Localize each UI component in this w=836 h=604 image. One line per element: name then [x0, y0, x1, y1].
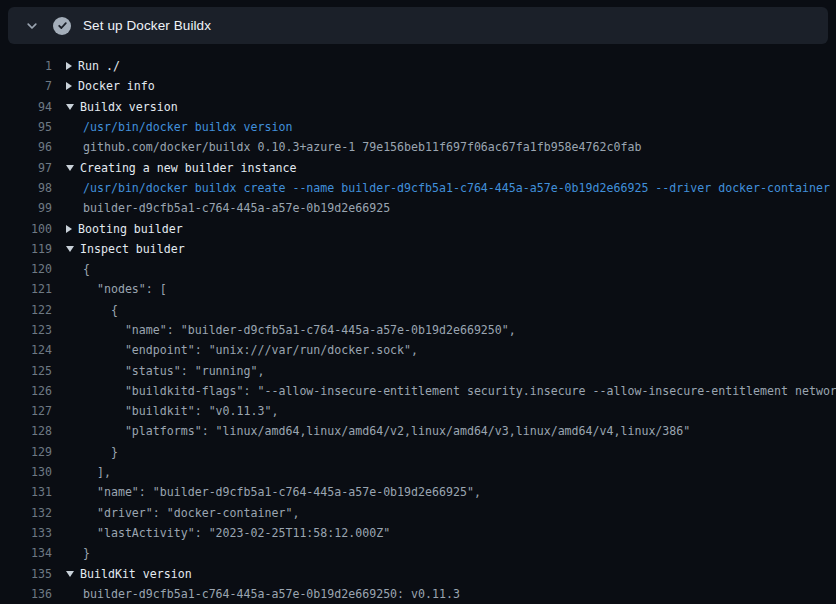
- log-group-title: Inspect builder: [80, 242, 185, 256]
- log-line: 132 "driver": "docker-container",: [0, 503, 836, 523]
- log-line: 120{: [0, 259, 836, 279]
- log-group-title: Booting builder: [78, 222, 183, 236]
- line-number[interactable]: 121: [0, 282, 52, 296]
- triangle-right-icon: [66, 82, 72, 90]
- line-number[interactable]: 123: [0, 323, 52, 337]
- log-line: 129 }: [0, 442, 836, 462]
- log-line: 95/usr/bin/docker buildx version: [0, 117, 836, 137]
- log-command-text: /usr/bin/docker buildx version: [66, 120, 292, 134]
- log-output-text: }: [66, 445, 118, 459]
- log-line: 98/usr/bin/docker buildx create --name b…: [0, 178, 836, 198]
- log-line: 100Booting builder: [0, 218, 836, 238]
- log-output-text: "platforms": "linux/amd64,linux/amd64/v2…: [66, 424, 690, 438]
- log-line: 134}: [0, 543, 836, 563]
- triangle-down-icon: [66, 165, 74, 171]
- line-number[interactable]: 130: [0, 465, 52, 479]
- line-number[interactable]: 99: [0, 201, 52, 215]
- log-line: 94Buildx version: [0, 97, 836, 117]
- log-group-title: Creating a new builder instance: [80, 161, 296, 175]
- line-number[interactable]: 125: [0, 364, 52, 378]
- log-group-header[interactable]: Booting builder: [66, 222, 183, 236]
- line-number[interactable]: 133: [0, 526, 52, 540]
- triangle-right-icon: [66, 225, 72, 233]
- log-line: 128 "platforms": "linux/amd64,linux/amd6…: [0, 421, 836, 441]
- log-line: 1Run ./: [0, 56, 836, 76]
- log-line: 121 "nodes": [: [0, 279, 836, 299]
- log-output-text: builder-d9cfb5a1-c764-445a-a57e-0b19d2e6…: [66, 587, 460, 601]
- triangle-down-icon: [66, 246, 74, 252]
- log-output-text: "driver": "docker-container",: [66, 506, 299, 520]
- log-output-text: "nodes": [: [66, 282, 167, 296]
- log-output-text: "buildkitd-flags": "--allow-insecure-ent…: [66, 384, 836, 398]
- log-line: 96github.com/docker/buildx 0.10.3+azure-…: [0, 137, 836, 157]
- triangle-down-icon: [66, 571, 74, 577]
- log-output-text: "name": "builder-d9cfb5a1-c764-445a-a57e…: [66, 485, 481, 499]
- log-group-title: BuildKit version: [80, 567, 192, 581]
- log-group-header[interactable]: Buildx version: [66, 100, 178, 114]
- log-group-header[interactable]: Docker info: [66, 79, 155, 93]
- log-line: 133 "lastActivity": "2023-02-25T11:58:12…: [0, 523, 836, 543]
- line-number[interactable]: 134: [0, 546, 52, 560]
- line-number[interactable]: 127: [0, 404, 52, 418]
- line-number[interactable]: 120: [0, 262, 52, 276]
- line-number[interactable]: 1: [0, 59, 52, 73]
- log-line: 119Inspect builder: [0, 239, 836, 259]
- log-group-title: Buildx version: [80, 100, 178, 114]
- log-line: 124 "endpoint": "unix:///var/run/docker.…: [0, 340, 836, 360]
- line-number[interactable]: 126: [0, 384, 52, 398]
- check-circle-icon: [53, 17, 71, 35]
- log-output-text: {: [66, 262, 90, 276]
- log-line: 125 "status": "running",: [0, 360, 836, 380]
- chevron-down-icon[interactable]: [20, 14, 44, 38]
- line-number[interactable]: 96: [0, 140, 52, 154]
- log-line: 99builder-d9cfb5a1-c764-445a-a57e-0b19d2…: [0, 198, 836, 218]
- triangle-down-icon: [66, 104, 74, 110]
- line-number[interactable]: 119: [0, 242, 52, 256]
- line-number[interactable]: 95: [0, 120, 52, 134]
- log-line: 122 {: [0, 300, 836, 320]
- log-line: 131 "name": "builder-d9cfb5a1-c764-445a-…: [0, 482, 836, 502]
- step-header[interactable]: Set up Docker Buildx: [8, 7, 828, 44]
- line-number[interactable]: 7: [0, 79, 52, 93]
- log-output-text: "buildkit": "v0.11.3",: [66, 404, 278, 418]
- log-group-header[interactable]: BuildKit version: [66, 567, 192, 581]
- line-number[interactable]: 94: [0, 100, 52, 114]
- log-output-text: "lastActivity": "2023-02-25T11:58:12.000…: [66, 526, 390, 540]
- log-output-text: github.com/docker/buildx 0.10.3+azure-1 …: [66, 140, 641, 154]
- line-number[interactable]: 132: [0, 506, 52, 520]
- log-line: 136builder-d9cfb5a1-c764-445a-a57e-0b19d…: [0, 584, 836, 604]
- log-output-text: "status": "running",: [66, 364, 264, 378]
- log-group-title: Run ./: [78, 59, 120, 73]
- log-output-text: "name": "builder-d9cfb5a1-c764-445a-a57e…: [66, 323, 516, 337]
- line-number[interactable]: 124: [0, 343, 52, 357]
- line-number[interactable]: 129: [0, 445, 52, 459]
- step-title: Set up Docker Buildx: [83, 18, 211, 33]
- log-line: 130 ],: [0, 462, 836, 482]
- log-line: 123 "name": "builder-d9cfb5a1-c764-445a-…: [0, 320, 836, 340]
- log-area: 1Run ./7Docker info94Buildx version95/us…: [0, 47, 836, 604]
- log-output-text: }: [66, 546, 90, 560]
- log-output-text: {: [66, 303, 118, 317]
- line-number[interactable]: 122: [0, 303, 52, 317]
- log-output-text: builder-d9cfb5a1-c764-445a-a57e-0b19d2e6…: [66, 201, 390, 215]
- line-number[interactable]: 136: [0, 587, 52, 601]
- log-group-header[interactable]: Run ./: [66, 59, 120, 73]
- log-group-header[interactable]: Inspect builder: [66, 242, 185, 256]
- line-number[interactable]: 135: [0, 567, 52, 581]
- line-number[interactable]: 100: [0, 222, 52, 236]
- triangle-right-icon: [66, 62, 72, 70]
- log-line: 135BuildKit version: [0, 563, 836, 583]
- log-output-text: "endpoint": "unix:///var/run/docker.sock…: [66, 343, 418, 357]
- line-number[interactable]: 128: [0, 424, 52, 438]
- line-number[interactable]: 98: [0, 181, 52, 195]
- log-group-header[interactable]: Creating a new builder instance: [66, 161, 296, 175]
- log-output-text: ],: [66, 465, 111, 479]
- line-number[interactable]: 131: [0, 485, 52, 499]
- log-line: 97Creating a new builder instance: [0, 157, 836, 177]
- log-line: 7Docker info: [0, 76, 836, 96]
- log-command-text: /usr/bin/docker buildx create --name bui…: [66, 181, 830, 195]
- log-group-title: Docker info: [78, 79, 155, 93]
- line-number[interactable]: 97: [0, 161, 52, 175]
- log-line: 127 "buildkit": "v0.11.3",: [0, 401, 836, 421]
- log-line: 126 "buildkitd-flags": "--allow-insecure…: [0, 381, 836, 401]
